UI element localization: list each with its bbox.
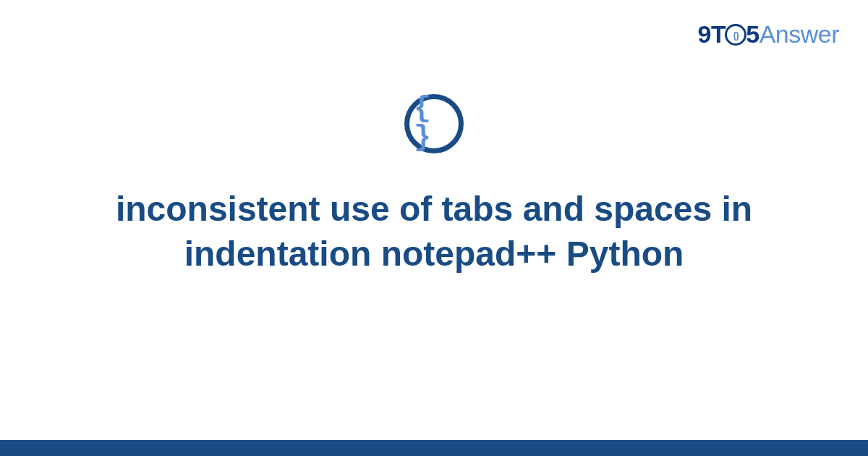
page-title: inconsistent use of tabs and spaces in i… (0, 187, 868, 277)
braces-glyph: { } (414, 95, 459, 153)
code-braces-icon: { } (404, 94, 464, 153)
site-logo: 9T{}5Answer (698, 20, 839, 48)
logo-text-answer: Answer (760, 20, 839, 48)
logo-circle-icon: {} (725, 24, 746, 46)
logo-text-9t: 9T (698, 20, 726, 48)
logo-circle-inner: {} (733, 30, 739, 41)
logo-text-5: 5 (746, 20, 759, 48)
footer-bar (0, 440, 868, 456)
